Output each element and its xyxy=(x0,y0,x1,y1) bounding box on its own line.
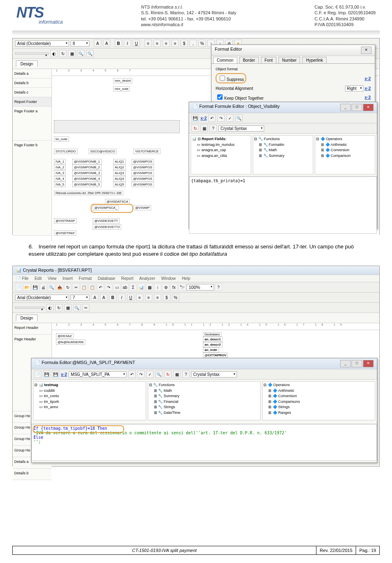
tab-design[interactable]: Design xyxy=(16,60,38,67)
sigma-icon[interactable]: Σ xyxy=(129,284,137,291)
redo-icon[interactable]: ↷ xyxy=(217,114,225,122)
field-aliq3[interactable]: ALIQ3 xyxy=(113,170,126,176)
nav-dropdown[interactable] xyxy=(15,307,45,308)
menu-window[interactable]: Window xyxy=(161,276,176,281)
field-aliq4[interactable]: ALIQ4 xyxy=(113,176,126,181)
redo-icon[interactable]: ↷ xyxy=(137,371,145,378)
redo-icon[interactable]: ↷ xyxy=(105,284,112,291)
align-justify-icon[interactable]: ≡ xyxy=(172,40,179,47)
refresh-icon[interactable]: ↻ xyxy=(64,284,71,291)
save-icon[interactable]: 💾 xyxy=(43,371,50,378)
stop-icon[interactable]: ◐ xyxy=(46,304,53,311)
field-visimpsca[interactable]: @VISIMPSCA_ xyxy=(93,205,119,210)
field-visimponib3[interactable]: @VISIMPONIB_3 xyxy=(72,170,102,176)
field-ritenuta[interactable]: Ritenuta condominio Art. 25ter DPR 29/06… xyxy=(54,191,123,195)
field-iva2[interactable]: IVA_2 xyxy=(54,165,66,170)
menu-report[interactable]: Report xyxy=(121,276,134,281)
insert-text-icon[interactable]: ab xyxy=(121,284,129,291)
formula-name-dropdown[interactable]: MSG_IVA_SPLIT_PA xyxy=(69,371,127,378)
syntax-dropdown[interactable]: Crystal Syntax xyxy=(218,125,264,132)
field-tm-note[interactable]: tm_note xyxy=(54,136,69,142)
field-visimpos3[interactable]: @VISIMPOS xyxy=(131,170,154,176)
print-icon[interactable]: 🖨 xyxy=(40,284,47,291)
grid-icon[interactable]: ▦ xyxy=(64,304,71,311)
tab-common[interactable]: Common xyxy=(213,57,237,63)
cut-icon[interactable]: ✂ xyxy=(82,304,89,311)
menu-insert[interactable]: Insert xyxy=(62,276,73,281)
menu-analyzer[interactable]: Analyzer xyxy=(139,276,155,281)
percent-icon[interactable]: % xyxy=(198,40,206,47)
field-vistotmerce[interactable]: VISTOTMERCE xyxy=(134,149,160,154)
formula-icon[interactable]: fx xyxy=(170,284,178,291)
paste-icon[interactable]: 📋 xyxy=(89,284,96,291)
operators-panel[interactable]: ⊟ 🔷 Operators ⊞ 🔷 Arithmetic ⊞ 🔷 Convers… xyxy=(315,135,375,174)
tab-hyperlink[interactable]: Hyperlink xyxy=(302,57,327,63)
zoom-in-icon[interactable]: 🔍 xyxy=(77,50,85,57)
field-numserie[interactable]: @N@NUMSERIE xyxy=(56,340,85,345)
currency-icon[interactable]: $ xyxy=(180,40,188,47)
help-icon[interactable]: ? xyxy=(209,125,217,132)
field-mm-desint[interactable]: mm_desint xyxy=(113,78,132,83)
currency-icon[interactable]: $ xyxy=(163,294,170,301)
formula-code-area[interactable]: {tabpaga.tb_prirata}=1 xyxy=(189,176,377,234)
report-fields-panel[interactable]: 📊 ⊟ Report Fields: ▭ testmag.tm_numdoc ▭… xyxy=(191,135,251,174)
field-cittaprov[interactable]: @CITTAPROV xyxy=(203,353,228,358)
help-icon[interactable]: ? xyxy=(215,284,222,291)
section-db[interactable]: Details b xyxy=(13,469,51,480)
zoom-dropdown[interactable] xyxy=(15,53,49,54)
section-pfa[interactable]: Page Footer a xyxy=(13,107,51,141)
find-icon[interactable]: 🔍 xyxy=(155,371,163,378)
field-an-descr2[interactable]: an_descr2 xyxy=(203,342,223,347)
group-icon[interactable]: ▦ xyxy=(146,284,153,291)
syntax-dropdown[interactable]: Crystal Syntax xyxy=(191,371,237,378)
field-iva4[interactable]: IVA_4 xyxy=(54,176,66,181)
x2-icon[interactable]: x·2 xyxy=(200,116,207,121)
tab-design[interactable]: Design xyxy=(16,315,38,321)
section-rfooter[interactable]: Report Footer xyxy=(13,97,51,107)
toggle-icon[interactable]: ↻ xyxy=(164,371,172,378)
underline-icon[interactable]: U xyxy=(133,40,140,47)
close-icon[interactable]: ✕ xyxy=(363,104,374,111)
x2-icon[interactable]: x·2 xyxy=(61,372,67,377)
stop-icon[interactable]: ◐ xyxy=(50,50,58,57)
align-center-icon[interactable]: ≡ xyxy=(154,40,161,47)
menu-help[interactable]: Help xyxy=(182,276,190,281)
field-stotlordo[interactable]: STOTLORDO xyxy=(54,149,78,154)
tab-number[interactable]: Number xyxy=(278,57,301,63)
section-detailsc[interactable]: Details c xyxy=(13,88,51,97)
copy-icon[interactable]: 📋 xyxy=(80,284,88,291)
minimize-icon[interactable]: _ xyxy=(340,104,351,111)
underline-icon[interactable]: U xyxy=(127,294,134,301)
x2-keep-icon[interactable]: x·2 xyxy=(365,95,371,100)
bold-icon[interactable]: B xyxy=(109,294,116,301)
field-visimponib4[interactable]: @VISIMPONIB_4 xyxy=(72,176,102,181)
font-shrink-icon[interactable]: A xyxy=(100,294,107,301)
align-center-icon[interactable]: ≡ xyxy=(145,294,152,301)
report-fields-panel-2[interactable]: ⊟ 📊 testmag ▭ codditt ▭ tm_conto ▭ tm_ti… xyxy=(33,381,146,420)
font-size-dropdown[interactable]: 7 xyxy=(71,295,89,301)
find-icon[interactable]: 🔍 xyxy=(235,114,243,122)
font-size-dropdown[interactable]: 8 xyxy=(71,40,89,47)
undo-icon[interactable]: ↶ xyxy=(128,371,136,378)
new-icon[interactable]: 📄 xyxy=(34,371,41,378)
percent-icon[interactable]: % xyxy=(172,294,179,301)
maximize-icon[interactable]: □ xyxy=(352,104,362,111)
menu-view[interactable]: View xyxy=(48,276,57,281)
check-icon[interactable]: ✓ xyxy=(226,114,234,122)
functions-panel-2[interactable]: ⊟ 🔧 Functions ⊞ 🔧 Math ⊞ 🔧 Summary ⊞ 🔧 F… xyxy=(148,381,261,420)
field-visimponib5[interactable]: @VISIMPONIB_5 xyxy=(72,182,102,187)
formula-code-area-2[interactable]: If {testmag.tm_tipobf}=18 Then 'IVA da v… xyxy=(31,424,377,461)
open-icon[interactable]: 📂 xyxy=(23,284,31,291)
refresh-icon[interactable]: ↻ xyxy=(59,50,67,57)
field-visimponib1[interactable]: @VISIMPONIB_1 xyxy=(72,159,102,164)
binoculars-icon[interactable]: 🔭 xyxy=(178,284,186,291)
zoom-dropdown[interactable]: 100% xyxy=(187,284,214,290)
font-family-dropdown[interactable]: Arial (Occidentale) xyxy=(15,295,69,301)
refresh-icon[interactable]: ↻ xyxy=(55,304,62,311)
font-grow-icon[interactable]: A xyxy=(91,294,98,301)
field-an-descr1[interactable]: an_descr1 xyxy=(203,337,223,342)
menu-file[interactable]: File xyxy=(22,276,29,281)
align-left-icon[interactable]: ≡ xyxy=(136,294,143,301)
field-mm-note[interactable]: mm_note xyxy=(113,86,130,92)
zoom-out-icon[interactable]: 🔍 xyxy=(86,50,94,57)
